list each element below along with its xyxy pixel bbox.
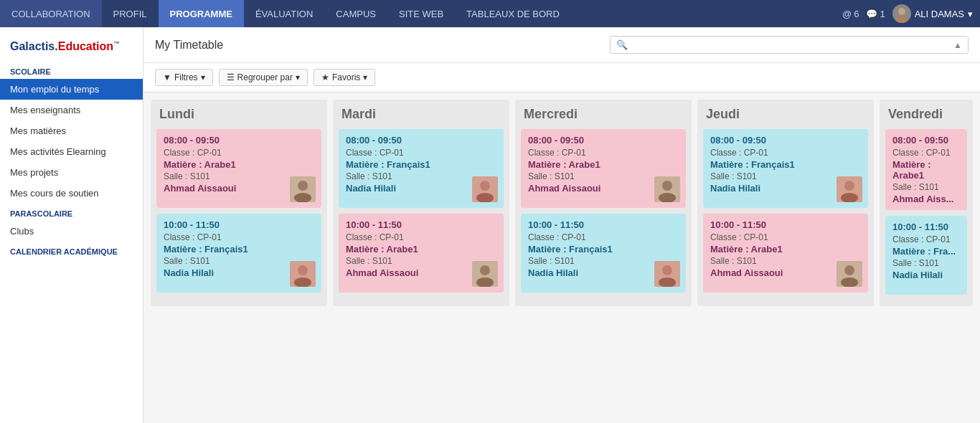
card-vendredi-0[interactable]: 08:00 - 09:50 Classe : CP-01 Matière : A… <box>885 129 967 210</box>
nav-tableaux[interactable]: TABLEAUX DE BORD <box>455 0 571 27</box>
card-vendredi-1-class: Classe : CP-01 <box>892 234 960 244</box>
card-vendredi-0-time: 08:00 - 09:50 <box>892 135 960 146</box>
user-menu-arrow: ▾ <box>968 9 973 19</box>
card-jeudi-1[interactable]: 10:00 - 11:50 Classe : CP-01 Matière : A… <box>703 214 868 293</box>
day-mercredi-header: Mercredi <box>521 105 686 123</box>
card-mardi-1-class: Classe : CP-01 <box>346 232 496 242</box>
card-vendredi-1-time: 10:00 - 11:50 <box>892 222 960 232</box>
svg-point-15 <box>662 181 672 191</box>
nav-evaluation[interactable]: ÉVALUATION <box>244 0 324 27</box>
sidebar-item-matieres[interactable]: Mes matières <box>0 120 143 141</box>
card-lundi-1-class: Classe : CP-01 <box>164 232 314 242</box>
card-mercredi-0[interactable]: 08:00 - 09:50 Classe : CP-01 Matière : A… <box>521 129 686 208</box>
card-mardi-1-avatar <box>472 261 498 287</box>
day-mardi: Mardi 08:00 - 09:50 Classe : CP-01 Matiè… <box>333 100 509 306</box>
card-lundi-0-time: 08:00 - 09:50 <box>164 135 314 146</box>
card-lundi-1-time: 10:00 - 11:50 <box>164 219 314 230</box>
card-jeudi-0-avatar <box>837 176 862 202</box>
card-vendredi-0-room: Salle : S101 <box>892 182 960 192</box>
nav-campus[interactable]: CAMPUS <box>324 0 387 27</box>
card-lundi-0[interactable]: 08:00 - 09:50 Classe : CP-01 Matière : A… <box>156 129 321 208</box>
card-lundi-1[interactable]: 10:00 - 11:50 Classe : CP-01 Matière : F… <box>156 214 321 293</box>
at-icon: @ <box>842 9 852 19</box>
card-vendredi-0-class: Classe : CP-01 <box>892 148 960 158</box>
user-menu[interactable]: ALI DAMAS ▾ <box>892 4 973 23</box>
nav-programme[interactable]: PROGRAMME <box>159 0 244 27</box>
nav-collaboration[interactable]: COLLABORATION <box>0 0 102 27</box>
regrouper-button[interactable]: ☰ Regrouper par ▾ <box>219 69 308 86</box>
card-jeudi-1-avatar <box>837 261 862 287</box>
card-lundi-1-subject: Matière : Français1 <box>164 244 314 255</box>
main-layout: Galactis.Education™ SCOLAIRE Mon emploi … <box>0 27 980 423</box>
message-count: 1 <box>880 9 885 19</box>
card-mardi-1-time: 10:00 - 11:50 <box>346 219 496 230</box>
day-vendredi: Vendredi 08:00 - 09:50 Classe : CP-01 Ma… <box>880 100 973 306</box>
card-jeudi-0[interactable]: 08:00 - 09:50 Classe : CP-01 Matière : F… <box>703 129 868 208</box>
content-header: My Timetable 🔍 ▲ <box>143 27 980 63</box>
card-mardi-0-subject: Matière : Français1 <box>346 159 496 170</box>
sidebar-item-projets[interactable]: Mes projets <box>0 162 143 183</box>
filter-icon: ▼ <box>163 72 171 82</box>
card-vendredi-0-teacher: Ahmad Aiss... <box>892 194 960 204</box>
sidebar-item-clubs[interactable]: Clubs <box>0 221 143 242</box>
favoris-button[interactable]: ★ Favoris ▾ <box>314 69 375 86</box>
card-mercredi-1[interactable]: 10:00 - 11:50 Classe : CP-01 Matière : F… <box>521 214 686 293</box>
filtres-label: Filtres <box>174 72 198 82</box>
favoris-arrow: ▾ <box>363 72 367 82</box>
section-scolaire: SCOLAIRE <box>0 62 143 79</box>
filter-bar: ▼ Filtres ▾ ☰ Regrouper par ▾ ★ Favoris … <box>143 63 980 92</box>
logo-red: Education <box>58 40 113 52</box>
card-mercredi-0-subject: Matière : Arabe1 <box>528 159 679 170</box>
svg-point-1 <box>896 16 908 23</box>
svg-point-24 <box>844 265 854 275</box>
card-jeudi-1-subject: Matière : Arabe1 <box>710 244 861 255</box>
card-jeudi-0-time: 08:00 - 09:50 <box>710 135 861 146</box>
card-vendredi-0-subject: Matière : Arabe1 <box>892 159 960 181</box>
sidebar-item-emploi[interactable]: Mon emploi du temps <box>0 79 143 100</box>
card-vendredi-1[interactable]: 10:00 - 11:50 Classe : CP-01 Matière : F… <box>885 216 967 295</box>
search-icon: 🔍 <box>616 39 628 50</box>
search-expand-icon[interactable]: ▲ <box>953 40 962 50</box>
day-jeudi: Jeudi 08:00 - 09:50 Classe : CP-01 Matiè… <box>697 100 874 306</box>
filtres-arrow: ▾ <box>201 72 205 82</box>
svg-point-12 <box>480 265 490 275</box>
card-mardi-0[interactable]: 08:00 - 09:50 Classe : CP-01 Matière : F… <box>339 129 504 208</box>
sidebar-item-soutien[interactable]: Mes cours de soutien <box>0 183 143 204</box>
logo-blue: Galactis. <box>10 40 58 52</box>
user-name: ALI DAMAS <box>915 9 964 19</box>
message-notification[interactable]: 💬 1 <box>866 9 885 19</box>
svg-point-3 <box>298 181 308 191</box>
card-mardi-1[interactable]: 10:00 - 11:50 Classe : CP-01 Matière : A… <box>339 214 504 293</box>
at-notification[interactable]: @ 6 <box>842 9 859 19</box>
card-mercredi-1-avatar <box>654 261 680 287</box>
svg-point-21 <box>844 181 854 191</box>
card-mardi-0-time: 08:00 - 09:50 <box>346 135 496 146</box>
logo-tm: ™ <box>113 40 120 47</box>
day-lundi: Lundi 08:00 - 09:50 Classe : CP-01 Matiè… <box>151 100 327 306</box>
card-jeudi-1-time: 10:00 - 11:50 <box>710 219 861 230</box>
card-mardi-0-class: Classe : CP-01 <box>346 148 496 158</box>
timetable: Lundi 08:00 - 09:50 Classe : CP-01 Matiè… <box>151 100 973 306</box>
card-mercredi-1-time: 10:00 - 11:50 <box>528 219 679 230</box>
top-navigation: COLLABORATION PROFIL PROGRAMME ÉVALUATIO… <box>0 0 980 27</box>
regrouper-icon: ☰ <box>227 72 235 82</box>
favoris-icon: ★ <box>321 72 329 82</box>
favoris-label: Favoris <box>332 72 360 82</box>
sidebar-item-elearning[interactable]: Mes activités Elearning <box>0 141 143 162</box>
card-vendredi-1-room: Salle : S101 <box>892 258 960 268</box>
nav-siteweb[interactable]: SITE WEB <box>387 0 455 27</box>
card-lundi-0-class: Classe : CP-01 <box>164 148 314 158</box>
section-calendrier: CALENDRIER ACADÉMIQUE <box>0 242 143 259</box>
svg-point-9 <box>480 181 490 191</box>
card-mardi-0-avatar <box>472 176 498 202</box>
card-lundi-1-avatar <box>290 261 316 287</box>
card-mercredi-0-class: Classe : CP-01 <box>528 148 679 158</box>
card-vendredi-1-subject: Matière : Fra... <box>892 246 960 257</box>
sidebar: Galactis.Education™ SCOLAIRE Mon emploi … <box>0 27 143 423</box>
sidebar-item-enseignants[interactable]: Mes enseignants <box>0 100 143 120</box>
search-input[interactable] <box>631 39 953 50</box>
filtres-button[interactable]: ▼ Filtres ▾ <box>155 69 213 86</box>
card-jeudi-0-subject: Matière : Français1 <box>710 159 861 170</box>
nav-profil[interactable]: PROFIL <box>102 0 159 27</box>
search-bar[interactable]: 🔍 ▲ <box>610 36 969 54</box>
